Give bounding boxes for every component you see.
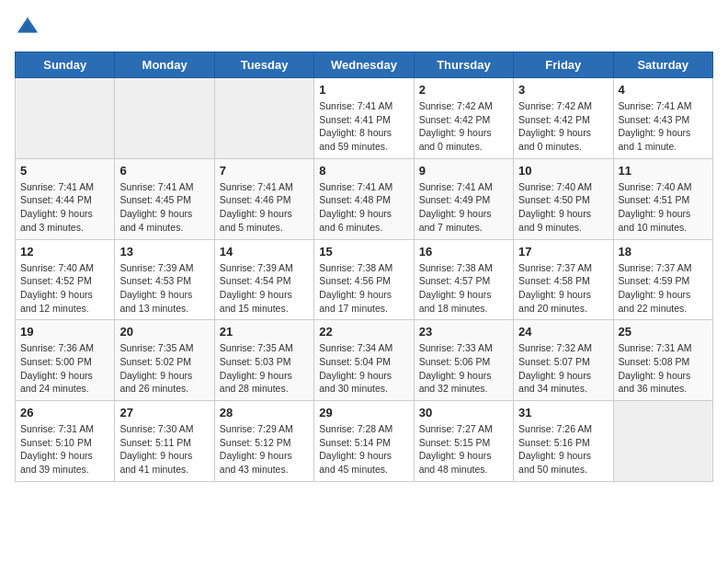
- calendar-cell: 30Sunrise: 7:27 AMSunset: 5:15 PMDayligh…: [414, 401, 513, 482]
- calendar-cell: 6Sunrise: 7:41 AMSunset: 4:45 PMDaylight…: [115, 158, 214, 239]
- day-info: Sunrise: 7:42 AMSunset: 4:42 PMDaylight:…: [518, 99, 608, 154]
- day-info: Sunrise: 7:27 AMSunset: 5:15 PMDaylight:…: [419, 422, 508, 477]
- day-number: 17: [518, 245, 608, 259]
- day-info: Sunrise: 7:40 AMSunset: 4:52 PMDaylight:…: [20, 261, 109, 316]
- calendar-week-5: 26Sunrise: 7:31 AMSunset: 5:10 PMDayligh…: [16, 401, 713, 482]
- calendar-cell: 29Sunrise: 7:28 AMSunset: 5:14 PMDayligh…: [314, 401, 414, 482]
- calendar-cell: 16Sunrise: 7:38 AMSunset: 4:57 PMDayligh…: [414, 239, 513, 320]
- day-number: 9: [419, 164, 508, 178]
- day-info: Sunrise: 7:28 AMSunset: 5:14 PMDaylight:…: [319, 422, 408, 477]
- day-info: Sunrise: 7:35 AMSunset: 5:02 PMDaylight:…: [119, 341, 209, 396]
- calendar-cell: [214, 78, 313, 159]
- logo: [15, 15, 44, 40]
- day-info: Sunrise: 7:41 AMSunset: 4:45 PMDaylight:…: [119, 180, 209, 235]
- day-number: 8: [319, 164, 408, 178]
- day-number: 21: [220, 325, 309, 339]
- day-info: Sunrise: 7:35 AMSunset: 5:03 PMDaylight:…: [220, 341, 309, 396]
- calendar-cell: 27Sunrise: 7:30 AMSunset: 5:11 PMDayligh…: [115, 401, 214, 482]
- day-info: Sunrise: 7:41 AMSunset: 4:46 PMDaylight:…: [220, 180, 309, 235]
- calendar-cell: 3Sunrise: 7:42 AMSunset: 4:42 PMDaylight…: [514, 78, 613, 159]
- day-number: 31: [518, 406, 608, 419]
- calendar-cell: 17Sunrise: 7:37 AMSunset: 4:58 PMDayligh…: [514, 239, 613, 320]
- calendar-cell: [115, 78, 214, 159]
- calendar-cell: 5Sunrise: 7:41 AMSunset: 4:44 PMDaylight…: [16, 158, 115, 239]
- day-number: 13: [119, 245, 209, 259]
- day-info: Sunrise: 7:40 AMSunset: 4:50 PMDaylight:…: [518, 180, 608, 235]
- day-info: Sunrise: 7:34 AMSunset: 5:04 PMDaylight:…: [319, 341, 408, 396]
- calendar-cell: 9Sunrise: 7:41 AMSunset: 4:49 PMDaylight…: [414, 158, 513, 239]
- calendar-cell: 14Sunrise: 7:39 AMSunset: 4:54 PMDayligh…: [214, 239, 313, 320]
- day-number: 23: [419, 325, 508, 339]
- day-info: Sunrise: 7:41 AMSunset: 4:49 PMDaylight:…: [419, 180, 508, 235]
- day-number: 5: [20, 164, 109, 178]
- day-number: 27: [119, 406, 209, 419]
- logo-icon: [15, 15, 40, 40]
- calendar-cell: 18Sunrise: 7:37 AMSunset: 4:59 PMDayligh…: [613, 239, 712, 320]
- calendar-week-3: 12Sunrise: 7:40 AMSunset: 4:52 PMDayligh…: [16, 239, 713, 320]
- calendar-cell: 26Sunrise: 7:31 AMSunset: 5:10 PMDayligh…: [16, 401, 115, 482]
- day-number: 3: [518, 83, 608, 97]
- calendar-cell: 20Sunrise: 7:35 AMSunset: 5:02 PMDayligh…: [115, 320, 214, 401]
- day-number: 2: [419, 83, 508, 97]
- day-number: 14: [220, 245, 309, 259]
- day-info: Sunrise: 7:41 AMSunset: 4:48 PMDaylight:…: [319, 180, 408, 235]
- day-info: Sunrise: 7:39 AMSunset: 4:53 PMDaylight:…: [119, 261, 209, 316]
- day-number: 20: [119, 325, 209, 339]
- day-number: 1: [319, 83, 408, 97]
- day-header-tuesday: Tuesday: [214, 52, 313, 78]
- day-number: 4: [619, 83, 708, 97]
- calendar-cell: 12Sunrise: 7:40 AMSunset: 4:52 PMDayligh…: [16, 239, 115, 320]
- day-header-monday: Monday: [115, 52, 214, 78]
- day-info: Sunrise: 7:37 AMSunset: 4:58 PMDaylight:…: [518, 261, 608, 316]
- calendar-week-4: 19Sunrise: 7:36 AMSunset: 5:00 PMDayligh…: [16, 320, 713, 401]
- day-info: Sunrise: 7:41 AMSunset: 4:44 PMDaylight:…: [20, 180, 109, 235]
- day-number: 6: [119, 164, 209, 178]
- calendar-table: SundayMondayTuesdayWednesdayThursdayFrid…: [15, 52, 713, 482]
- day-number: 19: [20, 325, 109, 339]
- day-info: Sunrise: 7:37 AMSunset: 4:59 PMDaylight:…: [619, 261, 708, 316]
- day-info: Sunrise: 7:41 AMSunset: 4:43 PMDaylight:…: [619, 99, 708, 154]
- calendar-week-2: 5Sunrise: 7:41 AMSunset: 4:44 PMDaylight…: [16, 158, 713, 239]
- day-info: Sunrise: 7:36 AMSunset: 5:00 PMDaylight:…: [20, 341, 109, 396]
- calendar-cell: [16, 78, 115, 159]
- day-number: 15: [319, 245, 408, 259]
- calendar-cell: 21Sunrise: 7:35 AMSunset: 5:03 PMDayligh…: [214, 320, 313, 401]
- day-number: 26: [20, 406, 109, 419]
- day-number: 25: [619, 325, 708, 339]
- day-info: Sunrise: 7:26 AMSunset: 5:16 PMDaylight:…: [518, 422, 608, 477]
- day-number: 11: [619, 164, 708, 178]
- day-info: Sunrise: 7:31 AMSunset: 5:10 PMDaylight:…: [20, 422, 109, 477]
- day-number: 24: [518, 325, 608, 339]
- calendar-cell: 1Sunrise: 7:41 AMSunset: 4:41 PMDaylight…: [314, 78, 414, 159]
- day-number: 16: [419, 245, 508, 259]
- day-info: Sunrise: 7:39 AMSunset: 4:54 PMDaylight:…: [220, 261, 309, 316]
- day-number: 29: [319, 406, 408, 419]
- calendar-cell: 13Sunrise: 7:39 AMSunset: 4:53 PMDayligh…: [115, 239, 214, 320]
- calendar-cell: 24Sunrise: 7:32 AMSunset: 5:07 PMDayligh…: [514, 320, 613, 401]
- day-info: Sunrise: 7:30 AMSunset: 5:11 PMDaylight:…: [119, 422, 209, 477]
- day-info: Sunrise: 7:29 AMSunset: 5:12 PMDaylight:…: [220, 422, 309, 477]
- calendar-cell: 4Sunrise: 7:41 AMSunset: 4:43 PMDaylight…: [613, 78, 712, 159]
- calendar-cell: 22Sunrise: 7:34 AMSunset: 5:04 PMDayligh…: [314, 320, 414, 401]
- page-header: [15, 15, 713, 40]
- day-info: Sunrise: 7:40 AMSunset: 4:51 PMDaylight:…: [619, 180, 708, 235]
- day-info: Sunrise: 7:38 AMSunset: 4:56 PMDaylight:…: [319, 261, 408, 316]
- day-number: 18: [619, 245, 708, 259]
- calendar-cell: 7Sunrise: 7:41 AMSunset: 4:46 PMDaylight…: [214, 158, 313, 239]
- day-info: Sunrise: 7:38 AMSunset: 4:57 PMDaylight:…: [419, 261, 508, 316]
- calendar-cell: 15Sunrise: 7:38 AMSunset: 4:56 PMDayligh…: [314, 239, 414, 320]
- day-header-thursday: Thursday: [414, 52, 513, 78]
- calendar-cell: 25Sunrise: 7:31 AMSunset: 5:08 PMDayligh…: [613, 320, 712, 401]
- day-info: Sunrise: 7:42 AMSunset: 4:42 PMDaylight:…: [419, 99, 508, 154]
- day-header-friday: Friday: [514, 52, 613, 78]
- day-number: 28: [220, 406, 309, 419]
- calendar-cell: [613, 401, 712, 482]
- calendar-cell: 28Sunrise: 7:29 AMSunset: 5:12 PMDayligh…: [214, 401, 313, 482]
- day-header-saturday: Saturday: [613, 52, 712, 78]
- day-header-wednesday: Wednesday: [314, 52, 414, 78]
- day-header-sunday: Sunday: [16, 52, 115, 78]
- day-info: Sunrise: 7:33 AMSunset: 5:06 PMDaylight:…: [419, 341, 508, 396]
- calendar-cell: 19Sunrise: 7:36 AMSunset: 5:00 PMDayligh…: [16, 320, 115, 401]
- day-number: 7: [220, 164, 309, 178]
- calendar-cell: 8Sunrise: 7:41 AMSunset: 4:48 PMDaylight…: [314, 158, 414, 239]
